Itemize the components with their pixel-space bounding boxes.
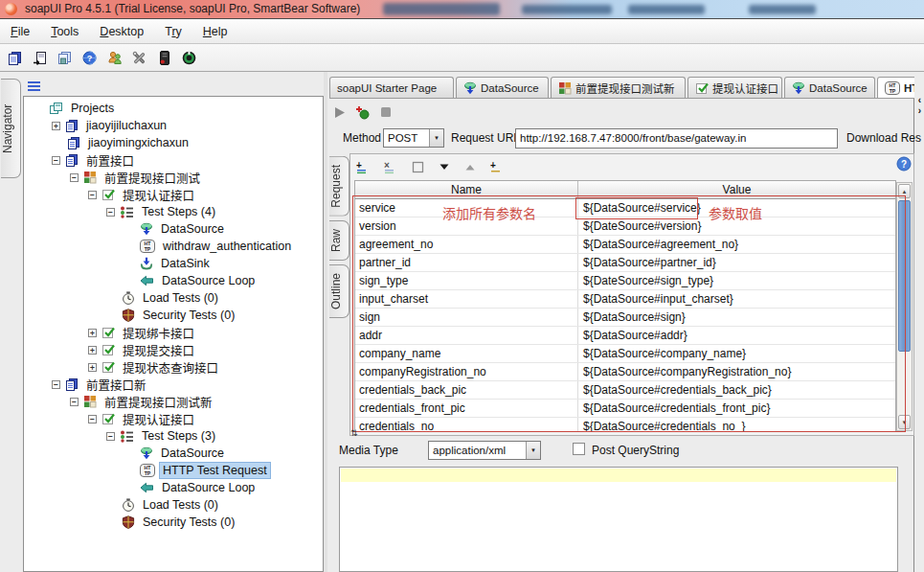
- online-help-button[interactable]: ?: [79, 47, 101, 69]
- param-name-cell[interactable]: credentials_back_pic: [355, 381, 578, 399]
- param-value-cell[interactable]: ${DataSource#company_name}: [578, 345, 895, 362]
- expand-icon[interactable]: +: [88, 346, 97, 355]
- menu-tools[interactable]: Tools: [40, 22, 89, 41]
- collapse-icon[interactable]: −: [70, 173, 79, 182]
- clear-params-button[interactable]: [411, 160, 425, 174]
- tree-item[interactable]: +提现提交接口: [24, 341, 323, 358]
- chevron-down-icon[interactable]: ▼: [429, 129, 443, 147]
- editor-tab[interactable]: DataSource: [456, 77, 549, 98]
- tree-item-label[interactable]: DataSource: [158, 221, 227, 237]
- tree-item-label[interactable]: 提现认证接口: [120, 409, 197, 429]
- scroll-down-icon[interactable]: ▼: [898, 415, 911, 429]
- editor-tab[interactable]: 前置提现接口测试新: [551, 77, 686, 98]
- tree-item[interactable]: jiaoyimingxichaxun: [24, 134, 323, 151]
- tree-item-label[interactable]: Security Tests (0): [140, 515, 237, 530]
- tree-item[interactable]: DataSource Loop: [24, 272, 323, 289]
- tree-item-label[interactable]: jiaoyimingxichaxun: [85, 135, 192, 150]
- param-name-cell[interactable]: input_charset: [355, 290, 578, 308]
- tree-item-label[interactable]: jiaoyijiluchaxun: [83, 118, 169, 133]
- update-params-button[interactable]: +: [489, 160, 505, 174]
- tree-item[interactable]: DataSink: [24, 255, 323, 272]
- tree-item[interactable]: DataSource: [24, 220, 323, 238]
- param-name-cell[interactable]: sign_type: [355, 272, 578, 289]
- tree-item-label[interactable]: HTTP Test Request: [160, 463, 270, 478]
- tree-item[interactable]: −Test Steps (4): [24, 203, 323, 220]
- tree-item[interactable]: −Test Steps (3): [24, 427, 323, 445]
- delete-param-button[interactable]: ×: [383, 160, 398, 174]
- expand-icon[interactable]: +: [88, 363, 97, 372]
- param-value-cell[interactable]: ${DataSource#agreement_no}: [578, 236, 895, 253]
- download-resources-label[interactable]: Download Res: [846, 131, 921, 145]
- menu-file[interactable]: File: [0, 22, 40, 41]
- param-name-cell[interactable]: companyRegistration_no: [355, 363, 578, 380]
- collapse-icon[interactable]: −: [52, 156, 60, 165]
- tree-item-label[interactable]: Test Steps (3): [139, 428, 218, 444]
- tree-item[interactable]: −提现认证接口: [24, 186, 323, 203]
- tree-item[interactable]: −前置提现接口测试: [24, 169, 323, 186]
- param-name-cell[interactable]: addr: [355, 327, 578, 344]
- tree-item[interactable]: Security Tests (0): [24, 307, 323, 324]
- add-param-button[interactable]: +: [355, 160, 371, 174]
- tree-item[interactable]: HTTPwithdraw_authentication: [24, 238, 323, 255]
- expand-icon[interactable]: +: [88, 329, 97, 337]
- post-querystring-checkbox[interactable]: [573, 443, 585, 455]
- scroll-up-icon[interactable]: ▲: [898, 184, 911, 198]
- tree-item[interactable]: Projects: [24, 100, 323, 117]
- media-type-select[interactable]: application/xml ▼: [428, 441, 541, 460]
- run-button[interactable]: [332, 105, 347, 120]
- navigator-tab[interactable]: Navigator: [1, 79, 21, 178]
- tree-item[interactable]: +提现状态查询接口: [24, 358, 323, 376]
- user-accounts-button[interactable]: [103, 47, 125, 69]
- tree-item[interactable]: Load Tests (0): [24, 289, 323, 307]
- tab-scroll-buttons[interactable]: ‹›: [915, 95, 924, 120]
- tree-item-label[interactable]: 提现认证接口: [120, 185, 197, 205]
- param-value-cell[interactable]: ${DataSource#companyRegistration_no}: [578, 363, 895, 380]
- collapse-icon[interactable]: −: [106, 432, 115, 441]
- tree-item[interactable]: DataSource Loop: [24, 479, 323, 496]
- tree-item[interactable]: DataSource: [24, 445, 323, 462]
- tree-item-label[interactable]: Security Tests (0): [140, 308, 237, 323]
- panel-splitter[interactable]: [324, 72, 327, 572]
- scrollbar-thumb[interactable]: [898, 200, 911, 352]
- param-value-cell[interactable]: ${DataSource#credentials_back_pic}: [578, 381, 895, 399]
- tree-item-label[interactable]: DataSource Loop: [159, 480, 258, 495]
- collapse-icon[interactable]: −: [52, 380, 60, 389]
- tree-item[interactable]: HTTPHTTP Test Request: [24, 462, 323, 479]
- tree-item-label[interactable]: withdraw_authentication: [160, 239, 294, 254]
- tree-item-label[interactable]: Load Tests (0): [140, 290, 221, 306]
- tree-item[interactable]: −前置接口新: [24, 376, 323, 393]
- menu-help[interactable]: Help: [192, 22, 238, 41]
- param-name-cell[interactable]: company_name: [355, 345, 578, 362]
- tree-item[interactable]: −前置提现接口测试新: [24, 393, 323, 410]
- tree-item[interactable]: +jiaoyijiluchaxun: [24, 117, 323, 134]
- tree-item-label[interactable]: Projects: [68, 101, 117, 116]
- collapse-icon[interactable]: −: [88, 191, 97, 199]
- param-value-cell[interactable]: ${DateSource#sign_type}: [578, 272, 895, 289]
- help-icon[interactable]: ?: [896, 156, 912, 172]
- tree-item[interactable]: −提现认证接口: [24, 410, 323, 427]
- chevron-down-icon[interactable]: ▼: [526, 442, 540, 459]
- tree-item[interactable]: Load Tests (0): [24, 496, 323, 514]
- import-project-button[interactable]: [29, 47, 51, 69]
- editor-tab[interactable]: DataSource: [784, 77, 875, 98]
- editor-tab[interactable]: 提现认证接口: [687, 77, 782, 98]
- param-value-cell[interactable]: ${DataSource#input_charset}: [578, 290, 895, 308]
- save-all-button[interactable]: [54, 47, 76, 69]
- tree-item[interactable]: Security Tests (0): [24, 514, 323, 531]
- param-name-cell[interactable]: credentials_no: [355, 418, 578, 432]
- oreilly-button[interactable]: [178, 47, 200, 69]
- request-body-editor[interactable]: [339, 467, 898, 572]
- tree-item-label[interactable]: DataSource: [158, 446, 227, 461]
- param-value-cell[interactable]: ${DataSource#addr}: [578, 327, 895, 344]
- param-name-cell[interactable]: agreement_no: [355, 236, 578, 253]
- add-step-button[interactable]: [355, 105, 371, 120]
- pro-server-button[interactable]: [153, 47, 175, 69]
- tree-item-label[interactable]: Load Tests (0): [140, 497, 221, 513]
- tree-item-label[interactable]: Test Steps (4): [139, 204, 218, 219]
- param-value-cell[interactable]: ${DataSource#sign}: [578, 309, 895, 326]
- table-scrollbar[interactable]: ▲ ▼: [896, 182, 913, 431]
- view-tab-outline[interactable]: Outline: [329, 264, 349, 318]
- method-select[interactable]: POST ▼: [383, 128, 444, 148]
- editor-tab[interactable]: HTTPHT: [877, 77, 914, 98]
- view-tab-request[interactable]: Request: [329, 156, 349, 217]
